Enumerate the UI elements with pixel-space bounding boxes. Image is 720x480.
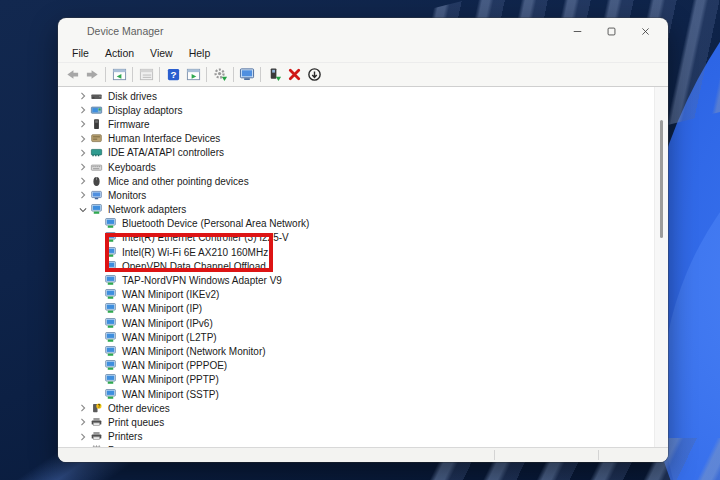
tree-item[interactable]: WAN Miniport (IPv6)	[58, 316, 655, 330]
scan-hardware-changes-button[interactable]	[210, 65, 230, 85]
tree-item[interactable]: Disk drives	[58, 89, 655, 103]
chevron-right-icon[interactable]	[76, 147, 90, 159]
tree-item[interactable]: Firmware	[58, 117, 655, 131]
tree-item[interactable]: Human Interface Devices	[58, 132, 655, 146]
tree-item-label: IDE ATA/ATAPI controllers	[108, 147, 224, 158]
tree-item[interactable]: WAN Miniport (IP)	[58, 302, 655, 316]
network-adapter-icon	[104, 331, 118, 343]
print-queue-icon	[90, 416, 104, 428]
mouse-icon	[90, 175, 104, 187]
desktop: Device Manager FileActionViewHelp ? Disk…	[0, 0, 720, 480]
uninstall-device-button[interactable]	[284, 65, 304, 85]
window-controls	[560, 20, 662, 42]
statusbar-separator	[598, 450, 599, 460]
tree-item[interactable]: IDE ATA/ATAPI controllers	[58, 146, 655, 160]
device-tree-pane: Disk drivesDisplay adaptorsFirmwareHuman…	[58, 87, 668, 447]
disable-device-button[interactable]	[304, 65, 324, 85]
chevron-right-icon[interactable]	[76, 133, 90, 145]
menu-view[interactable]: View	[142, 47, 181, 59]
scrollbar-thumb[interactable]	[660, 120, 663, 238]
properties-button[interactable]	[136, 65, 156, 85]
tree-item[interactable]: Bluetooth Device (Personal Area Network)	[58, 217, 655, 231]
circle-down-icon	[307, 67, 322, 82]
tree-item[interactable]: WAN Miniport (SSTP)	[58, 387, 655, 401]
tree-item-label: Printers	[108, 431, 142, 442]
network-adapter-icon	[104, 388, 118, 400]
network-adapter-icon	[104, 374, 118, 386]
chevron-down-icon[interactable]	[76, 204, 90, 216]
menu-file[interactable]: File	[64, 47, 97, 59]
tree-item[interactable]: Keyboards	[58, 160, 655, 174]
tree-item[interactable]: Printers	[58, 430, 655, 444]
status-bar	[58, 447, 668, 462]
tree-item-label: WAN Miniport (IKEv2)	[122, 289, 219, 300]
chevron-right-icon[interactable]	[76, 402, 90, 414]
monitor-device-icon	[90, 189, 104, 201]
window-title: Device Manager	[87, 25, 560, 37]
monitor-icon	[239, 67, 255, 82]
tree-item[interactable]: Display adaptors	[58, 103, 655, 117]
network-adapter-icon	[104, 360, 118, 372]
network-adapter-icon	[104, 289, 118, 301]
menu-help[interactable]: Help	[181, 47, 219, 59]
maximize-button[interactable]	[594, 20, 628, 42]
close-icon	[640, 26, 651, 37]
tree-item-label: WAN Miniport (PPPOE)	[122, 360, 227, 371]
tree-item-label: Disk drives	[108, 91, 157, 102]
window-tree-icon	[112, 67, 127, 82]
tree-item[interactable]: WAN Miniport (L2TP)	[58, 330, 655, 344]
svg-text:?: ?	[98, 404, 101, 409]
tree-item[interactable]: WAN Miniport (PPTP)	[58, 373, 655, 387]
tree-item-label: Firmware	[108, 119, 150, 130]
back-button[interactable]	[62, 65, 82, 85]
help-icon: ?	[166, 67, 181, 82]
toolbar: ?	[58, 63, 668, 87]
tree-item[interactable]: WAN Miniport (Network Monitor)	[58, 344, 655, 358]
chevron-right-icon[interactable]	[76, 90, 90, 102]
statusbar-separator	[494, 450, 495, 460]
tree-item[interactable]: TAP-NordVPN Windows Adapter V9	[58, 273, 655, 287]
tree-item-label: Human Interface Devices	[108, 133, 220, 144]
tree-item[interactable]: Print queues	[58, 415, 655, 429]
chevron-right-icon[interactable]	[76, 118, 90, 130]
toolbar-separator	[206, 67, 207, 82]
toolbar-separator	[105, 67, 106, 82]
printer-icon	[90, 431, 104, 443]
tree-item-label: Display adaptors	[108, 105, 182, 116]
tree-item[interactable]: ?Other devices	[58, 401, 655, 415]
network-adapter-icon	[104, 303, 118, 315]
vertical-scrollbar[interactable]	[654, 87, 668, 447]
tree-item-label: WAN Miniport (PPTP)	[122, 374, 219, 385]
computer-button[interactable]	[237, 65, 257, 85]
menu-bar: FileActionViewHelp	[58, 44, 668, 63]
tree-item[interactable]: Network adapters	[58, 203, 655, 217]
chevron-right-icon[interactable]	[76, 416, 90, 428]
forward-button[interactable]	[82, 65, 102, 85]
update-driver-button[interactable]	[264, 65, 284, 85]
chevron-right-icon[interactable]	[76, 161, 90, 173]
chevron-right-icon[interactable]	[76, 431, 90, 443]
chevron-right-icon[interactable]	[76, 175, 90, 187]
network-adapter-icon	[104, 317, 118, 329]
chevron-right-icon[interactable]	[76, 104, 90, 116]
tree-item-label: WAN Miniport (IPv6)	[122, 318, 213, 329]
menu-action[interactable]: Action	[97, 47, 142, 59]
arrow-left-icon	[65, 67, 80, 82]
tree-item[interactable]: Mice and other pointing devices	[58, 174, 655, 188]
help-button[interactable]: ?	[163, 65, 183, 85]
window-action-icon	[186, 67, 201, 82]
minimize-button[interactable]	[560, 20, 594, 42]
tree-item-label: Other devices	[108, 403, 170, 414]
chevron-right-icon[interactable]	[76, 189, 90, 201]
tree-item-label: Network adapters	[108, 204, 186, 215]
tree-item[interactable]: WAN Miniport (IKEv2)	[58, 288, 655, 302]
tree-item[interactable]: WAN Miniport (PPPOE)	[58, 359, 655, 373]
tree-item-label: WAN Miniport (Network Monitor)	[122, 346, 266, 357]
close-button[interactable]	[628, 20, 662, 42]
show-action-pane-button[interactable]	[183, 65, 203, 85]
show-console-tree-button[interactable]	[109, 65, 129, 85]
title-bar[interactable]: Device Manager	[58, 18, 668, 44]
maximize-icon	[606, 26, 617, 37]
network-adapter-icon	[104, 345, 118, 357]
tree-item[interactable]: Monitors	[58, 188, 655, 202]
